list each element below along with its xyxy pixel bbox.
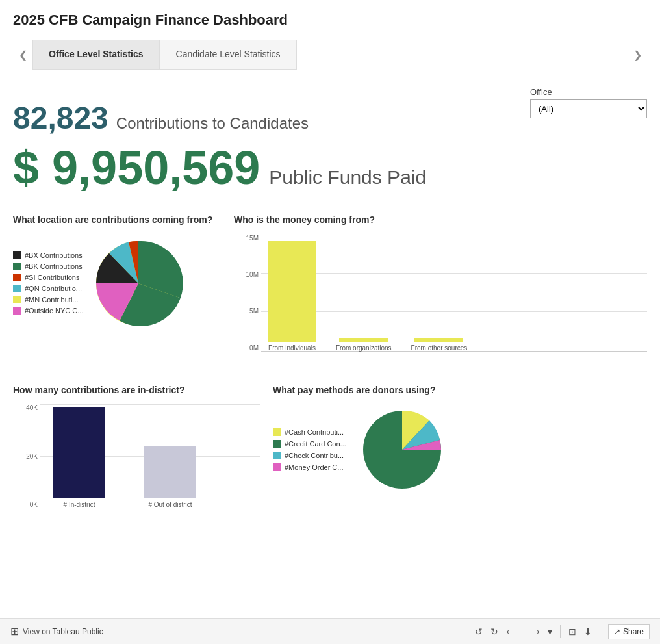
y-label-15m: 15M: [234, 235, 259, 242]
forward-icon[interactable]: ⟶: [527, 626, 540, 637]
charts-row-2: How many contributions are in-district? …: [13, 384, 647, 522]
office-filter: Office (All): [530, 87, 647, 118]
bar-organizations: [339, 338, 388, 342]
location-pie-chart: [90, 235, 187, 332]
page-title: 2025 CFB Campaign Finance Dashboard: [0, 0, 660, 35]
contributions-label: Contributions to Candidates: [116, 114, 309, 133]
legend-dot-bk: [13, 263, 21, 270]
tableau-link-label: View on Tableau Public: [23, 627, 103, 636]
district-section: How many contributions are in-district? …: [13, 384, 260, 522]
pay-methods-section: What pay methods are donors using? #Cash…: [273, 384, 647, 496]
office-select[interactable]: (All): [530, 99, 647, 118]
bar-label-organizations: From organizations: [336, 344, 392, 352]
y-axis: 15M 10M 5M 0M: [234, 235, 259, 352]
separator-2: [600, 625, 600, 638]
bar-group-individuals: From individuals: [268, 241, 316, 352]
money-source-title: Who is the money coming from?: [234, 214, 647, 227]
tab-arrow-right[interactable]: ❯: [628, 35, 647, 74]
back-icon[interactable]: ⟵: [506, 626, 519, 637]
legend-dot-mn: [13, 296, 21, 303]
legend-dot-bx: [13, 251, 21, 259]
bar-outdistrict: [144, 446, 196, 498]
y-label-10m: 10M: [234, 271, 259, 278]
pay-pie-wrapper: #Cash Contributi... #Credit Card Con... …: [273, 404, 647, 495]
tab-candidate-level[interactable]: Candidate Level Statistics: [160, 40, 297, 70]
legend-label-si: #SI Contributions: [25, 274, 79, 281]
legend-dot-money-order: [273, 463, 281, 471]
legend-item-si: #SI Contributions: [13, 274, 83, 281]
share-button[interactable]: ↗ Share: [608, 624, 650, 639]
tab-arrow-left[interactable]: ❮: [13, 35, 32, 74]
bar-other: [414, 338, 463, 342]
legend-item-bk: #BK Contributions: [13, 263, 83, 270]
pie-legend: #BX Contributions #BK Contributions #SI …: [13, 251, 83, 315]
legend-label-qn: #QN Contributio...: [25, 285, 82, 292]
tab-office-level[interactable]: Office Level Statistics: [32, 40, 160, 70]
charts-row-1: What location are contributions coming f…: [13, 214, 647, 365]
view-on-tableau[interactable]: ⊞ View on Tableau Public: [10, 625, 103, 638]
legend-item-qn: #QN Contributio...: [13, 285, 83, 292]
legend-dot-credit: [273, 440, 281, 448]
funds-label: Public Funds Paid: [269, 166, 426, 188]
redo-icon[interactable]: ↻: [490, 626, 498, 637]
legend-label-bx: #BX Contributions: [25, 251, 82, 259]
legend-label-money-order: #Money Order C...: [285, 463, 343, 471]
pay-legend: #Cash Contributi... #Credit Card Con... …: [273, 428, 346, 471]
bar-indistrict: [53, 407, 105, 498]
download-icon[interactable]: ⬇: [584, 626, 592, 637]
legend-item-credit: #Credit Card Con...: [273, 440, 346, 448]
share-icon: ↗: [614, 627, 620, 636]
present-icon[interactable]: ⊡: [568, 626, 576, 637]
pay-methods-title: What pay methods are donors using?: [273, 384, 647, 397]
legend-label-bk: #BK Contributions: [25, 263, 82, 270]
separator: [560, 625, 561, 638]
legend-item-bx: #BX Contributions: [13, 251, 83, 259]
district-y-axis: 40K 20K 0K: [13, 404, 38, 508]
y-label-0m: 0M: [234, 344, 259, 352]
bottom-bar: ⊞ View on Tableau Public ↺ ↻ ⟵ ⟶ ▾ ⊡ ⬇ ↗…: [0, 618, 660, 644]
pay-methods-pie-chart: [357, 404, 448, 495]
bar-label-other: From other sources: [411, 344, 468, 352]
bar-label-outdistrict: # Out of district: [148, 501, 192, 508]
contributions-count: 82,823: [13, 100, 108, 136]
bar-individuals: [268, 241, 316, 342]
legend-item-check: #Check Contribu...: [273, 452, 346, 459]
district-chart-area: 40K 20K 0K # In-district: [13, 404, 260, 521]
legend-dot-check: [273, 452, 281, 459]
bar-label-indistrict: # In-district: [64, 501, 95, 508]
y-label-5m: 5M: [234, 307, 259, 315]
district-chart-title: How many contributions are in-district?: [13, 384, 260, 397]
district-bars-container: # In-district # Out of district: [40, 404, 260, 508]
tableau-grid-icon: ⊞: [10, 625, 19, 638]
legend-dot-outside: [13, 307, 21, 315]
legend-item-money-order: #Money Order C...: [273, 463, 346, 471]
money-source-chart-area: 15M 10M 5M 0M From individuals: [234, 235, 647, 365]
pie-wrapper: #BX Contributions #BK Contributions #SI …: [13, 235, 221, 332]
funds-amount: $ 9,950,569: [13, 141, 260, 194]
location-pie-title: What location are contributions coming f…: [13, 214, 221, 227]
share-label: Share: [623, 627, 644, 636]
legend-dot-cash: [273, 428, 281, 436]
legend-label-check: #Check Contribu...: [285, 452, 344, 459]
tab-container: Office Level Statistics Candidate Level …: [32, 40, 628, 70]
legend-item-outside: #Outside NYC C...: [13, 307, 83, 315]
main-content: Office (All) 82,823 Contributions to Can…: [0, 87, 660, 521]
money-source-section: Who is the money coming from? 15M 10M 5M…: [234, 214, 647, 365]
district-y-40k: 40K: [13, 404, 38, 411]
district-y-20k: 20K: [13, 453, 38, 460]
funds-stat: $ 9,950,569 Public Funds Paid: [13, 141, 647, 194]
bar-label-individuals: From individuals: [268, 344, 316, 352]
legend-dot-qn: [13, 285, 21, 292]
legend-dot-si: [13, 274, 21, 281]
district-y-0k: 0K: [13, 501, 38, 508]
dropdown-icon[interactable]: ▾: [548, 626, 552, 637]
bar-group-organizations: From organizations: [336, 338, 392, 352]
legend-item-cash: #Cash Contributi...: [273, 428, 346, 436]
undo-icon[interactable]: ↺: [475, 626, 483, 637]
bar-group-outdistrict: # Out of district: [144, 446, 196, 508]
legend-label-cash: #Cash Contributi...: [285, 428, 344, 436]
legend-item-mn: #MN Contributi...: [13, 296, 83, 303]
bar-group-indistrict: # In-district: [53, 407, 105, 508]
bottom-icons: ↺ ↻ ⟵ ⟶ ▾ ⊡ ⬇ ↗ Share: [475, 624, 650, 639]
bar-group-other: From other sources: [411, 338, 468, 352]
